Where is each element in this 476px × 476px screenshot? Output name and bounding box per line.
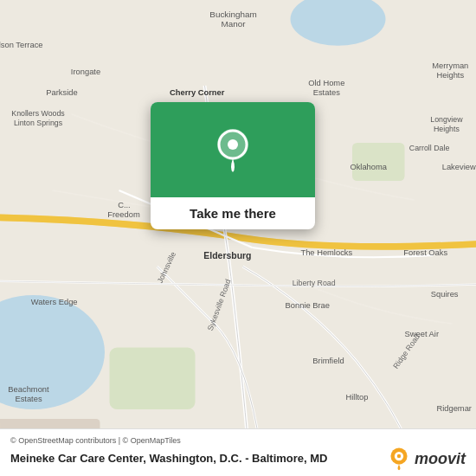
- svg-text:Estates: Estates: [15, 395, 42, 403]
- moovit-brand-text: moovit: [415, 450, 466, 468]
- svg-text:Brimfield: Brimfield: [312, 357, 344, 365]
- svg-text:Freedom: Freedom: [107, 210, 140, 219]
- svg-text:Carroll Dale: Carroll Dale: [409, 144, 450, 152]
- svg-text:Heights: Heights: [436, 71, 464, 80]
- map-attribution: © OpenStreetMap contributors | © OpenMap…: [10, 436, 466, 445]
- svg-text:Estates: Estates: [313, 88, 340, 97]
- svg-text:Old Home: Old Home: [308, 79, 344, 87]
- svg-text:Lakeview: Lakeview: [442, 163, 476, 171]
- svg-text:Oklahoma: Oklahoma: [350, 163, 387, 171]
- svg-text:Knollers Woods: Knollers Woods: [11, 109, 65, 118]
- svg-text:Parkside: Parkside: [46, 88, 77, 97]
- svg-text:Cherry Corner: Cherry Corner: [170, 88, 225, 97]
- svg-text:The Hemlocks: The Hemlocks: [300, 248, 352, 257]
- moovit-logo: moovit: [387, 447, 466, 471]
- svg-text:Manor: Manor: [221, 19, 246, 29]
- take-me-there-button[interactable]: Take me there: [151, 197, 315, 229]
- popup-card: Take me there: [151, 102, 315, 229]
- map-background: Buckingham Manor Wilson Terrace Irongate…: [0, 0, 476, 476]
- svg-text:Forest Oaks: Forest Oaks: [403, 248, 447, 257]
- svg-text:Eldersburg: Eldersburg: [203, 251, 251, 261]
- svg-text:Ridgemar: Ridgemar: [436, 404, 472, 413]
- svg-text:Irongate: Irongate: [71, 68, 100, 76]
- bottom-bar: © OpenStreetMap contributors | © OpenMap…: [0, 428, 476, 476]
- svg-text:Wilson Terrace: Wilson Terrace: [0, 41, 43, 49]
- svg-text:Heights: Heights: [434, 125, 460, 133]
- svg-text:Bonnie Brae: Bonnie Brae: [286, 301, 330, 310]
- svg-text:Waters Edge: Waters Edge: [31, 298, 78, 306]
- svg-text:Longview: Longview: [430, 115, 463, 124]
- svg-text:Liberty Road: Liberty Road: [293, 279, 336, 287]
- svg-point-46: [228, 139, 238, 150]
- map-container: Buckingham Manor Wilson Terrace Irongate…: [0, 0, 476, 476]
- svg-text:Merryman: Merryman: [432, 61, 468, 70]
- svg-text:Linton Springs: Linton Springs: [14, 119, 63, 127]
- svg-rect-4: [110, 348, 196, 410]
- moovit-pin-icon: [387, 447, 411, 471]
- svg-text:Buckingham: Buckingham: [209, 10, 256, 19]
- svg-text:C...: C...: [118, 201, 131, 209]
- svg-text:Beachmont: Beachmont: [8, 385, 49, 394]
- place-name: Meineke Car Care Center, Washington, D.C…: [10, 452, 387, 466]
- bottom-content: Meineke Car Care Center, Washington, D.C…: [10, 447, 466, 471]
- svg-point-49: [397, 454, 401, 458]
- svg-text:Hilltop: Hilltop: [346, 393, 369, 402]
- popup-image-area: [151, 102, 315, 197]
- location-pin-icon: [212, 125, 254, 174]
- svg-text:Squires: Squires: [431, 290, 459, 299]
